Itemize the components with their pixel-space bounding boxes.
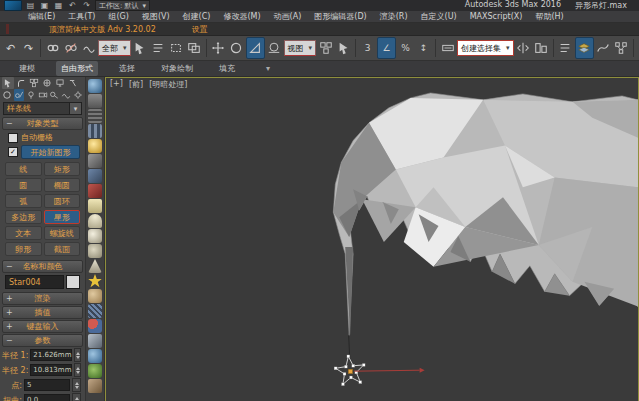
- menu-group[interactable]: 组(G): [108, 11, 128, 22]
- sphere-tan-icon[interactable]: [88, 289, 102, 303]
- gizmo-center-handle[interactable]: [348, 369, 352, 373]
- menu-views[interactable]: 视图(V): [142, 11, 170, 22]
- waves-icon[interactable]: [88, 304, 102, 318]
- button-section[interactable]: 截面: [44, 242, 81, 256]
- use-pivot-center-icon[interactable]: [317, 38, 334, 58]
- mirror-icon[interactable]: [515, 38, 532, 58]
- tab-object-paint[interactable]: 对象绘制: [156, 61, 198, 76]
- redo-button[interactable]: ↷: [81, 1, 92, 10]
- select-place-icon[interactable]: [266, 38, 283, 58]
- snap-3d-icon[interactable]: 3: [359, 38, 376, 58]
- menu-maxscript[interactable]: MAXScript(X): [470, 12, 523, 21]
- tab-modeling[interactable]: 建模: [14, 61, 40, 76]
- points-field[interactable]: 5: [24, 379, 70, 391]
- align-icon[interactable]: [533, 38, 550, 58]
- video-camera-icon[interactable]: [88, 184, 102, 198]
- open-file-button[interactable]: ▣: [39, 1, 50, 10]
- unlink-selection-icon[interactable]: [62, 38, 79, 58]
- button-ellipse[interactable]: 椭圆: [44, 178, 81, 192]
- sphere-icon[interactable]: [88, 229, 102, 243]
- button-donut[interactable]: 圆环: [44, 194, 81, 208]
- selection-filter-dropdown[interactable]: 全部 ▾: [98, 40, 131, 56]
- radius1-field[interactable]: 21.626mm: [30, 349, 72, 361]
- tab-freeform[interactable]: 自由形式: [56, 61, 98, 76]
- select-by-name-icon[interactable]: [150, 38, 167, 58]
- select-object-icon[interactable]: [132, 38, 149, 58]
- button-rectangle[interactable]: 矩形: [44, 162, 81, 176]
- viewport-canvas[interactable]: [106, 78, 638, 401]
- bulb-icon[interactable]: [88, 139, 102, 153]
- redo-icon[interactable]: ↷: [20, 38, 37, 58]
- viewport-menu-view[interactable]: [前]: [129, 79, 143, 90]
- percent-snap-icon[interactable]: %: [397, 38, 414, 58]
- tab-utilities-icon[interactable]: [67, 77, 79, 89]
- reference-coordinate-dropdown[interactable]: 视图 ▾: [284, 40, 317, 56]
- view-icon[interactable]: [88, 79, 102, 93]
- shape-type-dropdown[interactable]: 样条线 ▾: [3, 102, 82, 115]
- layer-manager-icon[interactable]: [575, 37, 594, 59]
- rollout-name-color-header[interactable]: − 名称和颜色: [2, 260, 83, 273]
- viewport-menu-shading[interactable]: [明暗处理]: [149, 79, 187, 90]
- dome-icon[interactable]: [88, 214, 102, 228]
- select-move-icon[interactable]: [210, 38, 227, 58]
- menu-modifiers[interactable]: 修改器(M): [223, 11, 260, 22]
- menu-tools[interactable]: 工具(T): [68, 11, 95, 22]
- button-star[interactable]: 星形: [44, 210, 81, 224]
- vray-settings-link[interactable]: 设置: [192, 24, 208, 35]
- angle-snap-icon[interactable]: ∠: [377, 37, 396, 59]
- spinner-snap-icon[interactable]: ↕: [415, 38, 432, 58]
- tab-selection[interactable]: 选择: [114, 61, 140, 76]
- button-line[interactable]: 线: [5, 162, 42, 176]
- undo-icon[interactable]: ↶: [2, 38, 19, 58]
- button-arc[interactable]: 弧: [5, 194, 42, 208]
- curve-editor-icon[interactable]: [595, 38, 612, 58]
- category-geometry-icon[interactable]: [2, 89, 13, 101]
- radius1-spinner[interactable]: [74, 348, 81, 362]
- select-rotate-icon[interactable]: [228, 38, 245, 58]
- ribbon-minimize-icon[interactable]: ▾: [266, 64, 270, 73]
- tab-create-icon[interactable]: [2, 77, 14, 89]
- distortion-field[interactable]: 0.0: [24, 394, 70, 401]
- schematic-view-icon[interactable]: [613, 38, 630, 58]
- table-icon[interactable]: [88, 124, 102, 138]
- list-icon[interactable]: [88, 109, 102, 123]
- category-helpers-icon[interactable]: [49, 89, 60, 101]
- window-crossing-icon[interactable]: [186, 38, 203, 58]
- radius2-field[interactable]: 10.813mm: [30, 364, 72, 376]
- button-ngon[interactable]: 多边形: [5, 210, 42, 224]
- tab-display-icon[interactable]: [54, 77, 66, 89]
- scene-explorer-icon[interactable]: [557, 38, 574, 58]
- category-cameras-icon[interactable]: [37, 89, 48, 101]
- star-spline-object[interactable]: [334, 355, 425, 386]
- rollout-parameters-header[interactable]: − 参数: [2, 334, 83, 347]
- radius2-spinner[interactable]: [74, 363, 81, 377]
- bones-icon[interactable]: [88, 334, 102, 348]
- star-icon[interactable]: [88, 274, 102, 288]
- keyboard-override-icon[interactable]: [439, 38, 456, 58]
- category-systems-icon[interactable]: [72, 89, 83, 101]
- viewport-menu-general[interactable]: [+]: [110, 79, 123, 90]
- workspace-dropdown[interactable]: 工作区: 默认 ▾: [95, 0, 150, 11]
- plane-icon[interactable]: [88, 199, 102, 213]
- new-scene-button[interactable]: ▤: [25, 1, 36, 10]
- menu-rendering[interactable]: 渲染(R): [380, 11, 408, 22]
- rect-selection-region-icon[interactable]: [168, 38, 185, 58]
- menu-animation[interactable]: 动画(A): [274, 11, 302, 22]
- cone-icon[interactable]: [88, 259, 102, 273]
- toolbar-drag-handle[interactable]: [6, 24, 9, 34]
- menu-customize[interactable]: 自定义(U): [421, 11, 457, 22]
- points-spinner[interactable]: [72, 378, 81, 392]
- select-scale-icon[interactable]: [246, 37, 265, 59]
- tab-hierarchy-icon[interactable]: [28, 77, 40, 89]
- menu-create[interactable]: 创建(C): [183, 11, 211, 22]
- bind-spacewarp-icon[interactable]: [80, 38, 97, 58]
- named-selection-sets-dropdown[interactable]: 创建选择集 ▾: [457, 40, 514, 56]
- button-text[interactable]: 文本: [5, 226, 42, 240]
- tab-populate[interactable]: 填充: [214, 61, 240, 76]
- rollout-keyboard-entry-header[interactable]: + 键盘输入: [2, 320, 83, 333]
- button-helix[interactable]: 螺旋线: [44, 226, 81, 240]
- category-lights-icon[interactable]: [25, 89, 36, 101]
- spotlight-icon[interactable]: [88, 154, 102, 168]
- distortion-spinner[interactable]: [72, 393, 81, 401]
- bird-icon[interactable]: [88, 379, 102, 393]
